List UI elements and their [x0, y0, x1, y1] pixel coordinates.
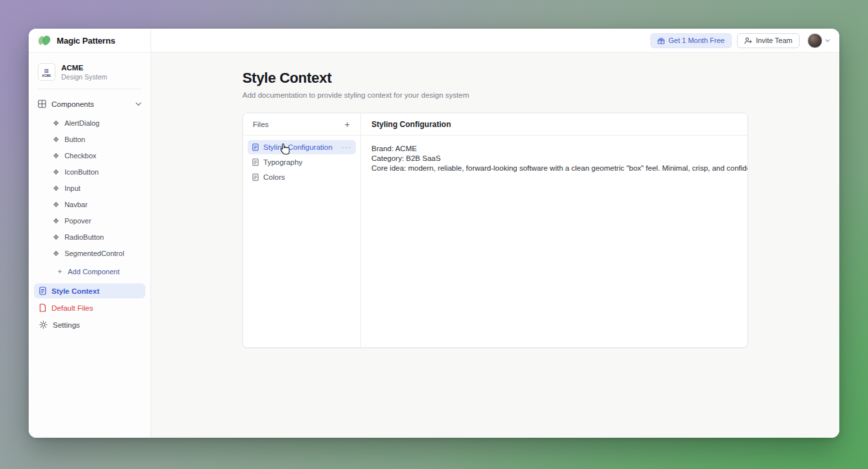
component-icon: ❖ [53, 120, 59, 126]
content-line: Core idea: modern, reliable, forward-loo… [371, 163, 737, 173]
invite-team-button[interactable]: Invite Team [737, 33, 800, 48]
content-header: Styling Configuration [361, 113, 747, 135]
files-header: Files + [243, 113, 360, 135]
component-icon: ❖ [53, 250, 59, 257]
components-label: Components [51, 100, 130, 108]
sidebar-item-components[interactable]: Components [29, 97, 151, 111]
component-label: IconButton [65, 168, 99, 176]
get-month-free-label: Get 1 Month Free [669, 36, 725, 44]
cube-icon: ⧈ [44, 67, 49, 74]
component-icon: ❖ [53, 218, 59, 224]
file-item-colors[interactable]: Colors [248, 170, 356, 184]
style-context-label: Style Context [51, 287, 100, 295]
workspace-name: ACME [61, 64, 108, 72]
app-window: Magic Patterns ⧈ ACME ACME Design System… [29, 29, 839, 438]
settings-label: Settings [53, 321, 80, 329]
file-name: Styling Configuration [263, 143, 337, 151]
component-label: Button [65, 135, 85, 143]
files-column: Files + Styling Configuration ··· [243, 113, 361, 347]
chevron-down-icon [825, 39, 830, 42]
default-files-label: Default Files [51, 304, 93, 312]
sidebar-item-style-context[interactable]: Style Context [34, 283, 145, 298]
component-label: AlertDialog [65, 119, 100, 127]
component-list: ❖AlertDialog ❖Button ❖Checkbox ❖IconButt… [29, 115, 151, 261]
account-menu[interactable] [807, 33, 830, 48]
top-bar: Get 1 Month Free Invite Team [151, 29, 839, 53]
file-list: Styling Configuration ··· Typography [243, 135, 360, 189]
component-icon: ❖ [53, 201, 59, 208]
main-content: Style Context Add documentation to provi… [151, 53, 839, 438]
sidebar-item-button[interactable]: ❖Button [29, 131, 151, 147]
page-subtitle: Add documentation to provide styling con… [242, 91, 748, 99]
component-label: Checkbox [65, 152, 96, 160]
sidebar: Magic Patterns ⧈ ACME ACME Design System… [29, 29, 151, 438]
add-component-label: Add Component [68, 268, 120, 276]
sidebar-item-checkbox[interactable]: ❖Checkbox [29, 147, 151, 163]
file-item-typography[interactable]: Typography [248, 155, 356, 169]
workspace-subtitle: Design System [61, 73, 108, 81]
files-header-label: Files [253, 121, 342, 128]
gift-icon [658, 37, 665, 44]
document-icon [252, 158, 259, 166]
content-body[interactable]: Brand: ACME Category: B2B SaaS Core idea… [361, 135, 747, 182]
brand-header: Magic Patterns [29, 29, 151, 53]
sidebar-item-segmentedcontrol[interactable]: ❖SegmentedControl [29, 245, 151, 261]
component-icon: ❖ [53, 136, 59, 143]
sidebar-item-navbar[interactable]: ❖Navbar [29, 196, 151, 212]
document-icon [252, 173, 259, 181]
style-context-panel: Files + Styling Configuration ··· [242, 113, 748, 348]
add-component-button[interactable]: ＋ Add Component [29, 261, 151, 281]
component-label: Input [65, 184, 80, 192]
component-icon: ❖ [53, 169, 59, 175]
sidebar-item-input[interactable]: ❖Input [29, 180, 151, 196]
sidebar-item-settings[interactable]: Settings [34, 317, 145, 332]
brand-name: Magic Patterns [57, 36, 115, 46]
grid-icon [38, 100, 46, 108]
content-line: Brand: ACME [371, 144, 737, 154]
page-title: Style Context [242, 70, 748, 87]
file-item-styling-configuration[interactable]: Styling Configuration ··· [248, 140, 356, 154]
sidebar-item-iconbutton[interactable]: ❖IconButton [29, 163, 151, 180]
workspace-logo-caption: ACME [42, 74, 51, 78]
component-label: SegmentedControl [65, 249, 124, 257]
document-icon [252, 143, 259, 151]
magic-patterns-logo-icon [38, 35, 52, 46]
chevron-down-icon [136, 102, 141, 106]
workspace-switcher[interactable]: ⧈ ACME ACME Design System [29, 61, 151, 87]
file-content-column: Styling Configuration Brand: ACME Catego… [361, 113, 747, 347]
component-icon: ❖ [53, 234, 59, 240]
component-icon: ❖ [53, 152, 59, 159]
sidebar-item-popover[interactable]: ❖Popover [29, 212, 151, 229]
sidebar-item-alertdialog[interactable]: ❖AlertDialog [29, 115, 151, 131]
file-icon [39, 304, 46, 312]
plus-icon: ＋ [56, 266, 63, 276]
file-name: Typography [263, 158, 351, 166]
component-icon: ❖ [53, 185, 59, 192]
avatar [807, 33, 822, 48]
document-icon [39, 287, 46, 295]
sidebar-divider [38, 89, 141, 89]
invite-user-icon [744, 37, 752, 44]
add-file-button[interactable]: + [342, 119, 353, 130]
gear-icon [39, 320, 48, 329]
content-line: Category: B2B SaaS [371, 154, 737, 163]
component-label: Popover [65, 217, 91, 225]
file-more-button[interactable]: ··· [341, 145, 351, 150]
component-label: RadioButton [65, 233, 104, 241]
main-column: Get 1 Month Free Invite Team Style Conte… [151, 29, 839, 438]
invite-team-label: Invite Team [756, 36, 792, 44]
component-label: Navbar [65, 201, 87, 208]
sidebar-item-radiobutton[interactable]: ❖RadioButton [29, 229, 151, 245]
file-name: Colors [263, 173, 351, 181]
sidebar-item-default-files[interactable]: Default Files [34, 300, 145, 315]
sidebar-content: ⧈ ACME ACME Design System Components [29, 53, 151, 438]
get-month-free-button[interactable]: Get 1 Month Free [650, 33, 732, 48]
workspace-logo: ⧈ ACME [38, 63, 55, 81]
